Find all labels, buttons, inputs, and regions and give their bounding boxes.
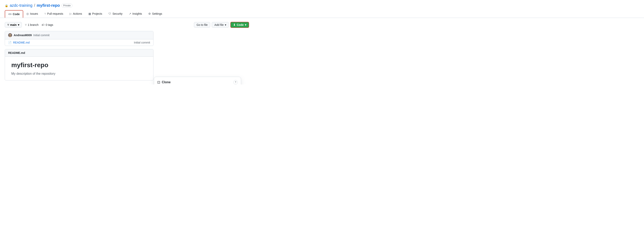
svg-point-1 — [9, 34, 11, 36]
nav-item-insights[interactable]: ↗ Insights — [126, 10, 145, 18]
actions-icon: ▷ — [70, 12, 72, 15]
branch-name: main — [10, 23, 17, 26]
file-name-link[interactable]: README.md — [13, 41, 132, 44]
file-icon: 📄 — [8, 41, 12, 44]
branch-icon: ⑂ — [7, 23, 9, 26]
nav-item-pull-requests[interactable]: ⑂ Pull requests — [41, 10, 66, 18]
nav-label-insights: Insights — [132, 12, 142, 15]
file-table-header: AndreasM009 Initial commit — [5, 31, 153, 39]
file-table: AndreasM009 Initial commit 📄 README.md I… — [5, 31, 154, 46]
nav-label-code: Code — [13, 13, 20, 16]
security-icon: 🛡 — [108, 12, 111, 15]
nav-link-code[interactable]: <> Code — [5, 10, 23, 18]
pull-requests-icon: ⑂ — [44, 12, 46, 15]
projects-icon: ▦ — [88, 12, 91, 15]
repo-separator: / — [34, 3, 35, 8]
clone-panel-icon: ⊡ — [157, 80, 160, 84]
code-button[interactable]: ⬇ Code ▾ — [230, 22, 249, 28]
add-file-dropdown-icon: ▾ — [225, 23, 226, 26]
help-icon[interactable]: ? — [233, 80, 238, 84]
nav-link-issues[interactable]: ◎ Issues — [23, 10, 41, 18]
go-to-file-label: Go to file — [196, 23, 208, 26]
repo-name-link[interactable]: myfirst-repo — [37, 3, 60, 8]
nav-link-projects[interactable]: ▦ Projects — [85, 10, 106, 18]
readme-box: README.md myfirst-repo My description of… — [5, 49, 154, 80]
readme-title: myfirst-repo — [11, 61, 147, 69]
nav-label-security: Security — [112, 12, 122, 15]
branch-selector[interactable]: ⑂ main ▾ — [5, 22, 22, 28]
nav-item-security[interactable]: 🛡 Security — [105, 10, 126, 18]
repo-toolbar: ⑂ main ▾ ⑂ 1 branch 🏷 0 tags Go to file … — [5, 22, 249, 28]
nav-item-settings[interactable]: ⚙ Settings — [145, 10, 165, 18]
avatar — [8, 33, 12, 37]
nav-item-issues[interactable]: ◎ Issues — [23, 10, 41, 18]
visibility-badge: Private — [62, 4, 72, 8]
download-icon: ⬇ — [233, 23, 236, 26]
code-dropdown-icon: ▾ — [245, 23, 246, 26]
insights-icon: ↗ — [129, 12, 131, 15]
repo-nav: <> Code ◎ Issues ⑂ Pull requests ▷ — [5, 10, 639, 18]
tag-count-link[interactable]: 🏷 0 tags — [42, 23, 53, 26]
nav-label-projects: Projects — [92, 12, 102, 15]
tag-count-text: 0 tags — [46, 23, 53, 26]
commit-author[interactable]: AndreasM009 — [14, 34, 32, 37]
go-to-file-button[interactable]: Go to file — [194, 22, 210, 28]
nav-link-insights[interactable]: ↗ Insights — [126, 10, 145, 18]
branch-dropdown-icon: ▾ — [18, 23, 19, 26]
nav-link-actions[interactable]: ▷ Actions — [66, 10, 85, 18]
nav-label-settings: Settings — [152, 12, 162, 15]
repo-owner-link[interactable]: azdc-training — [10, 3, 32, 8]
readme-description: My description of the repository — [11, 72, 147, 75]
settings-icon: ⚙ — [148, 12, 151, 15]
file-row: 📄 README.md Initial commit — [5, 39, 153, 46]
nav-item-projects[interactable]: ▦ Projects — [85, 10, 106, 18]
lock-icon: 🔒 — [5, 4, 8, 7]
readme-content: myfirst-repo My description of the repos… — [5, 57, 153, 80]
nav-link-settings[interactable]: ⚙ Settings — [145, 10, 165, 18]
nav-item-code[interactable]: <> Code — [5, 10, 23, 18]
issues-icon: ◎ — [26, 12, 29, 15]
nav-label-issues: Issues — [30, 12, 38, 15]
branch-count-text: 1 branch — [28, 23, 38, 26]
add-file-label: Add file — [214, 23, 224, 26]
branch-count-link[interactable]: ⑂ 1 branch — [25, 23, 38, 26]
clone-dropdown: ⊡ Clone ? HTTPS SSH GitHub CLI ⧉ Use Git… — [154, 77, 241, 84]
tag-icon: 🏷 — [42, 23, 44, 26]
branch-count-icon: ⑂ — [25, 23, 26, 26]
add-file-button[interactable]: Add file ▾ — [212, 22, 229, 28]
code-icon: <> — [8, 13, 12, 16]
nav-label-actions: Actions — [73, 12, 82, 15]
nav-label-pull-requests: Pull requests — [47, 12, 63, 15]
readme-header: README.md — [5, 49, 153, 57]
nav-item-actions[interactable]: ▷ Actions — [66, 10, 85, 18]
code-button-label: Code — [237, 23, 244, 26]
file-commit-msg: Initial commit — [134, 41, 150, 44]
clone-header: ⊡ Clone ? — [157, 80, 238, 84]
clone-title: Clone — [162, 80, 170, 84]
commit-message: Initial commit — [33, 34, 50, 37]
nav-link-pull-requests[interactable]: ⑂ Pull requests — [41, 10, 66, 18]
nav-link-security[interactable]: 🛡 Security — [105, 10, 126, 18]
